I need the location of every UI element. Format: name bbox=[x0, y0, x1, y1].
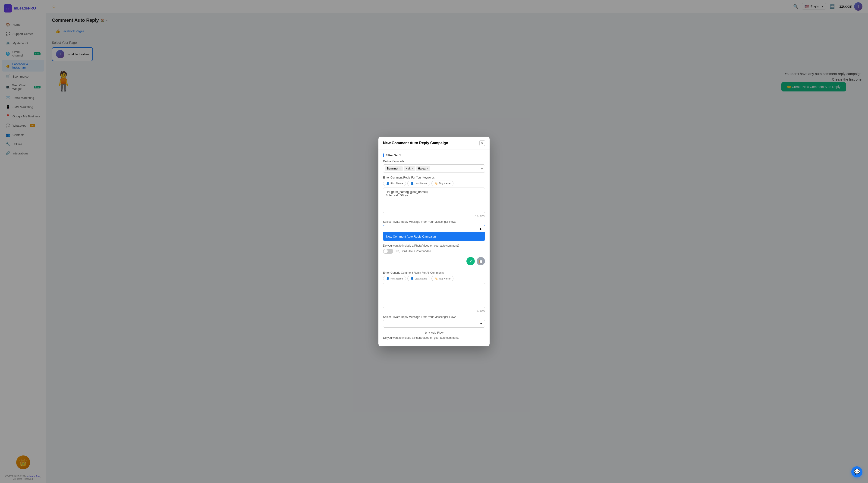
person-icon-2: 👤 bbox=[386, 277, 390, 280]
action-buttons: ✓ 📋 bbox=[383, 257, 485, 265]
dropdown-list: New Comment Auto Reply Campaign bbox=[383, 232, 485, 241]
toggle-label-text: No, Don't Use a Photo/Video bbox=[396, 250, 431, 253]
filter-set-label: Filter Set 1 bbox=[383, 154, 485, 157]
select-flows-group: Select Private Reply Message From Your M… bbox=[383, 220, 485, 241]
photo-toggle[interactable] bbox=[383, 249, 393, 254]
chevron-down-icon-2: ▾ bbox=[480, 322, 482, 326]
chevron-down-icon: ▾ bbox=[481, 166, 483, 171]
divider bbox=[383, 268, 485, 268]
reply-keywords-group: Enter Comment Reply For Your Keywords 👤 … bbox=[383, 176, 485, 217]
chat-icon: 💬 bbox=[854, 469, 860, 475]
photo-video-group-2: Do you want to include a Photo/Video on … bbox=[383, 336, 485, 340]
select-flows-group-2: Select Private Reply Message From Your M… bbox=[383, 315, 485, 328]
reply-keywords-label: Enter Comment Reply For Your Keywords bbox=[383, 176, 485, 179]
copy-button[interactable]: 📋 bbox=[476, 257, 485, 265]
generic-counter: 0 / 3000 bbox=[383, 310, 485, 312]
insert-last-name-button[interactable]: 👤 Last Name bbox=[407, 181, 430, 186]
reply-insert-buttons: 👤 First Name 👤 Last Name 🏷️ Tag Name bbox=[383, 181, 485, 186]
modal-header: New Comment Auto Reply Campaign × bbox=[378, 137, 490, 150]
photo-video-group: Do you want to include a Photo/Video on … bbox=[383, 244, 485, 254]
confirm-button[interactable]: ✓ bbox=[466, 257, 475, 265]
plus-icon: ⊕ bbox=[425, 331, 427, 334]
generic-insert-tag-name-button[interactable]: 🏷️ Tag Name bbox=[431, 276, 454, 281]
remove-keyword-berminat[interactable]: × bbox=[399, 167, 401, 170]
keywords-label: Define Keywords: bbox=[383, 160, 485, 163]
generic-reply-group: Enter Generic Comment Reply For All Comm… bbox=[383, 271, 485, 312]
select-flows-dropdown-2[interactable]: ▾ bbox=[383, 320, 485, 328]
select-flows-label: Select Private Reply Message From Your M… bbox=[383, 220, 485, 223]
modal: New Comment Auto Reply Campaign × Filter… bbox=[378, 137, 490, 346]
generic-insert-last-name-button[interactable]: 👤 Last Name bbox=[407, 276, 430, 281]
insert-tag-name-button[interactable]: 🏷️ Tag Name bbox=[431, 181, 454, 186]
modal-close-button[interactable]: × bbox=[479, 140, 485, 146]
tag-icon: 🏷️ bbox=[434, 182, 438, 185]
chevron-up-icon: ▲ bbox=[479, 227, 482, 230]
modal-overlay[interactable]: New Comment Auto Reply Campaign × Filter… bbox=[0, 0, 868, 483]
generic-reply-label: Enter Generic Comment Reply For All Comm… bbox=[383, 271, 485, 275]
select-flows-dropdown[interactable]: ▲ bbox=[383, 225, 485, 232]
generic-insert-first-name-button[interactable]: 👤 First Name bbox=[383, 276, 406, 281]
select-option-new-campaign[interactable]: New Comment Auto Reply Campaign bbox=[383, 232, 485, 240]
modal-body: Filter Set 1 Define Keywords: Berminat ×… bbox=[378, 150, 490, 346]
keywords-group: Define Keywords: Berminat × Nak × Harga … bbox=[383, 160, 485, 173]
add-flow-button[interactable]: ⊕ + Add Flow bbox=[425, 331, 443, 334]
keyword-input[interactable]: Berminat × Nak × Harga × ▾ bbox=[383, 164, 485, 173]
insert-first-name-button[interactable]: 👤 First Name bbox=[383, 181, 406, 186]
chat-fab-button[interactable]: 💬 bbox=[851, 466, 863, 478]
reply-textarea[interactable]: Hai {{first_name}} {{last_name}} Boleh c… bbox=[383, 188, 485, 213]
modal-title: New Comment Auto Reply Campaign bbox=[383, 141, 448, 145]
person-icon: 👤 bbox=[410, 182, 414, 185]
photo-question-label-2: Do you want to include a Photo/Video on … bbox=[383, 336, 485, 340]
remove-keyword-harga[interactable]: × bbox=[426, 167, 428, 170]
tag-icon-2: 🏷️ bbox=[434, 277, 438, 280]
keyword-tag-berminat: Berminat × bbox=[385, 166, 403, 171]
toggle-slider bbox=[383, 249, 393, 254]
select-flows-label-2: Select Private Reply Message From Your M… bbox=[383, 315, 485, 319]
generic-reply-textarea[interactable] bbox=[383, 283, 485, 308]
reply-counter: 46 / 3000 bbox=[383, 215, 485, 217]
person-icon: 👤 bbox=[386, 182, 390, 185]
remove-keyword-nak[interactable]: × bbox=[411, 167, 413, 170]
person-icon-3: 👤 bbox=[410, 277, 414, 280]
keyword-tag-harga: Harga × bbox=[416, 166, 430, 171]
keyword-tag-nak: Nak × bbox=[404, 166, 415, 171]
generic-reply-insert-buttons: 👤 First Name 👤 Last Name 🏷️ Tag Name bbox=[383, 276, 485, 281]
photo-question-label: Do you want to include a Photo/Video on … bbox=[383, 244, 485, 247]
toggle-group: No, Don't Use a Photo/Video bbox=[383, 249, 485, 254]
